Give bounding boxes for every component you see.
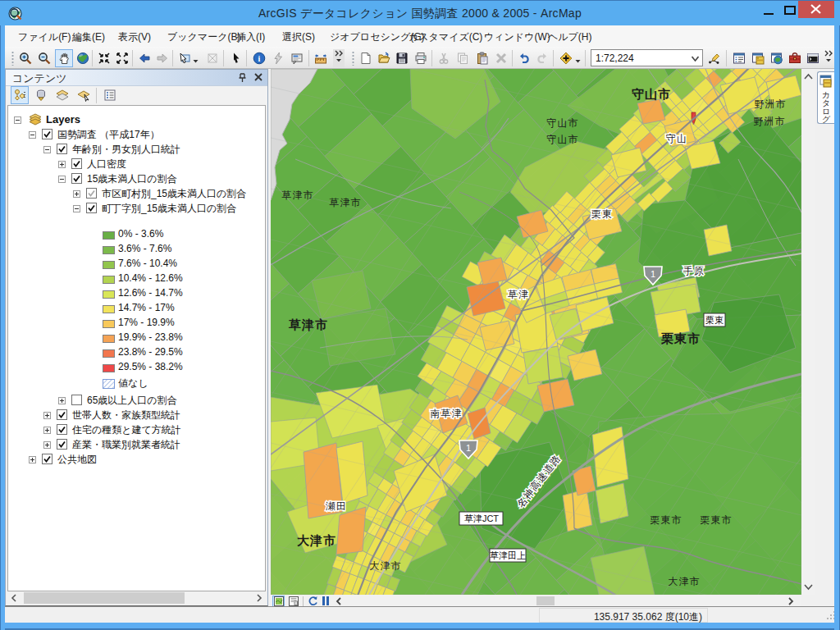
svg-text:草津: 草津 [508, 289, 529, 300]
svg-text:草津JCT: 草津JCT [464, 514, 499, 523]
svg-text:栗東: 栗東 [591, 208, 613, 220]
svg-text:大津市: 大津市 [669, 576, 701, 587]
svg-text:守山市: 守山市 [632, 87, 671, 101]
svg-text:大津市: 大津市 [297, 533, 336, 547]
svg-text:栗東市: 栗東市 [660, 331, 701, 345]
svg-text:草津市: 草津市 [288, 317, 328, 331]
svg-text:栗東: 栗東 [705, 315, 724, 325]
svg-text:栗東市: 栗東市 [701, 514, 733, 526]
svg-text:守山市: 守山市 [547, 134, 579, 145]
svg-text:守山市: 守山市 [547, 117, 579, 129]
svg-text:1: 1 [466, 443, 471, 453]
svg-text:南草津: 南草津 [431, 408, 463, 419]
svg-text:i: i [258, 54, 261, 63]
svg-text:草津田上: 草津田上 [490, 550, 526, 560]
svg-text:手原: 手原 [683, 265, 705, 276]
svg-text:野洲市: 野洲市 [755, 98, 787, 110]
svg-text:守山: 守山 [666, 133, 687, 144]
svg-text:草津市: 草津市 [330, 197, 362, 208]
svg-text:瀬田: 瀬田 [326, 500, 347, 512]
svg-text:野洲市: 野洲市 [754, 116, 786, 127]
svg-text:栗東市: 栗東市 [651, 514, 682, 526]
svg-text:大津市: 大津市 [370, 560, 402, 572]
svg-text:草津市: 草津市 [282, 189, 314, 201]
svg-text:1: 1 [651, 269, 655, 279]
